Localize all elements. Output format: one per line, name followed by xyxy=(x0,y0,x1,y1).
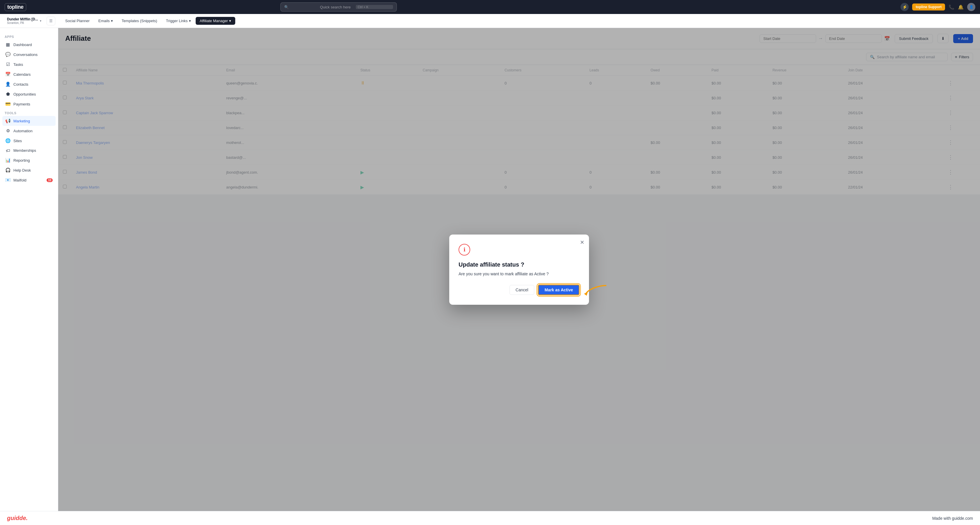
sidebar-item-opportunities[interactable]: ⬟ Opportunities xyxy=(2,89,56,99)
sidebar-item-label: Marketing xyxy=(13,119,30,123)
dashboard-icon: ▦ xyxy=(5,42,11,47)
sidebar-item-label: Calendars xyxy=(13,72,30,77)
sidebar-item-label: Sites xyxy=(13,139,22,143)
workspace-selector[interactable]: Dunder Mifflin [D... Scranton, PA ▾ xyxy=(5,16,45,26)
sidebar-item-payments[interactable]: 💳 Payments xyxy=(2,99,56,109)
dialog: ✕ ℹ Update affiliate status ? Are you su… xyxy=(449,235,589,305)
arrow-annotation xyxy=(582,282,609,297)
arrow-svg xyxy=(582,282,609,297)
search-shortcut: Ctrl + K xyxy=(356,5,393,9)
automation-icon: ⚙ xyxy=(5,128,11,133)
support-button[interactable]: topline Support xyxy=(912,3,945,11)
nav-tabs: Social Planner Emails ▾ Templates (Snipp… xyxy=(61,17,975,25)
sidebar-toggle-button[interactable]: ☰ xyxy=(46,17,55,26)
sidebar-item-label: Memberships xyxy=(13,148,36,153)
memberships-icon: 🏷 xyxy=(5,148,11,153)
helpdesk-icon: 🎧 xyxy=(5,168,11,173)
mailfold-badge: 10 xyxy=(46,178,53,182)
bell-icon[interactable]: 🔔 xyxy=(958,4,964,10)
dialog-warning-icon: ℹ xyxy=(458,244,470,255)
main-content: Affiliate → 📅 Submit Feedback ⬇ + Add 🔍 … xyxy=(58,28,980,511)
conversations-icon: 💬 xyxy=(5,52,11,57)
sidebar-item-contacts[interactable]: 👤 Contacts xyxy=(2,79,56,89)
calendars-icon: 📅 xyxy=(5,72,11,77)
sites-icon: 🌐 xyxy=(5,138,11,144)
tools-label: Tools xyxy=(2,109,56,116)
dialog-title: Update affiliate status ? xyxy=(458,261,580,268)
sidebar-item-tasks[interactable]: ☑ Tasks xyxy=(2,59,56,69)
sidebar-item-automation[interactable]: ⚙ Automation xyxy=(2,126,56,136)
avatar[interactable]: 👤 xyxy=(967,3,975,11)
search-bar[interactable]: 🔍 Quick search here Ctrl + K xyxy=(280,2,397,12)
sidebar-item-marketing[interactable]: 📢 Marketing xyxy=(2,116,56,126)
footer-tagline: Made with guidde.com xyxy=(932,516,973,521)
sidebar-item-reporting[interactable]: 📊 Reporting xyxy=(2,155,56,165)
chevron-down-icon: ▾ xyxy=(40,19,41,22)
marketing-icon: 📢 xyxy=(5,118,11,123)
sidebar-item-conversations[interactable]: 💬 Conversations xyxy=(2,49,56,59)
mark-as-active-button[interactable]: Mark as Active xyxy=(538,284,580,295)
sidebar-item-label: Mailfold xyxy=(13,178,27,182)
workspace-sub: Scranton, PA xyxy=(7,21,38,24)
tab-templates[interactable]: Templates (Snippets) xyxy=(118,17,161,25)
lightning-button[interactable]: ⚡ xyxy=(900,3,909,11)
dialog-close-button[interactable]: ✕ xyxy=(580,239,584,246)
sidebar-item-label: Contacts xyxy=(13,82,28,86)
dialog-body: Are you sure you want to mark affiliate … xyxy=(458,271,580,276)
modal-overlay: ✕ ℹ Update affiliate status ? Are you su… xyxy=(58,28,980,511)
top-nav: topline 🔍 Quick search here Ctrl + K ⚡ t… xyxy=(0,0,980,14)
chevron-down-icon: ▾ xyxy=(229,19,231,23)
svg-marker-0 xyxy=(584,292,588,296)
search-icon: 🔍 xyxy=(284,5,318,9)
cancel-button[interactable]: Cancel xyxy=(509,285,535,295)
workspace-name: Dunder Mifflin [D... xyxy=(7,17,38,21)
chevron-down-icon: ▾ xyxy=(111,19,113,23)
tab-emails[interactable]: Emails ▾ xyxy=(94,17,117,25)
sidebar-item-memberships[interactable]: 🏷 Memberships xyxy=(2,146,56,155)
sidebar-item-dashboard[interactable]: ▦ Dashboard xyxy=(2,40,56,49)
search-placeholder-text: Quick search here xyxy=(320,5,353,9)
tab-affiliate-manager[interactable]: Affiliate Manager ▾ xyxy=(196,17,235,25)
sidebar: Apps ▦ Dashboard 💬 Conversations ☑ Tasks… xyxy=(0,28,58,511)
sidebar-item-mailfold[interactable]: 📧 Mailfold 10 xyxy=(2,175,56,185)
sidebar-item-label: Conversations xyxy=(13,53,38,57)
apps-label: Apps xyxy=(2,33,56,40)
payments-icon: 💳 xyxy=(5,101,11,107)
sidebar-item-label: Dashboard xyxy=(13,43,32,47)
sidebar-item-label: Payments xyxy=(13,102,30,106)
sidebar-item-calendars[interactable]: 📅 Calendars xyxy=(2,69,56,79)
sidebar-item-label: Automation xyxy=(13,129,33,133)
dialog-actions: Cancel Mark as Active xyxy=(458,284,580,295)
phone-icon[interactable]: 📞 xyxy=(948,4,955,10)
layout: Apps ▦ Dashboard 💬 Conversations ☑ Tasks… xyxy=(0,28,980,511)
mailfold-icon: 📧 xyxy=(5,177,11,183)
sidebar-item-label: Tasks xyxy=(13,62,23,67)
sidebar-item-helpdesk[interactable]: 🎧 Help Desk xyxy=(2,165,56,175)
reporting-icon: 📊 xyxy=(5,158,11,163)
footer-logo: guidde. xyxy=(7,515,28,522)
nav-right: ⚡ topline Support 📞 🔔 👤 xyxy=(900,3,975,11)
footer: guidde. Made with guidde.com xyxy=(0,511,980,525)
sub-nav: Dunder Mifflin [D... Scranton, PA ▾ ☰ So… xyxy=(0,14,980,28)
opportunities-icon: ⬟ xyxy=(5,91,11,97)
contacts-icon: 👤 xyxy=(5,81,11,87)
sidebar-item-label: Reporting xyxy=(13,158,30,163)
tab-trigger-links[interactable]: Trigger Links ▾ xyxy=(162,17,195,25)
tab-social-planner[interactable]: Social Planner xyxy=(61,17,94,25)
sidebar-item-label: Help Desk xyxy=(13,168,31,172)
app-logo: topline xyxy=(5,3,26,11)
sidebar-item-label: Opportunities xyxy=(13,92,36,96)
sidebar-item-sites[interactable]: 🌐 Sites xyxy=(2,136,56,146)
chevron-down-icon: ▾ xyxy=(189,19,191,23)
tasks-icon: ☑ xyxy=(5,62,11,67)
